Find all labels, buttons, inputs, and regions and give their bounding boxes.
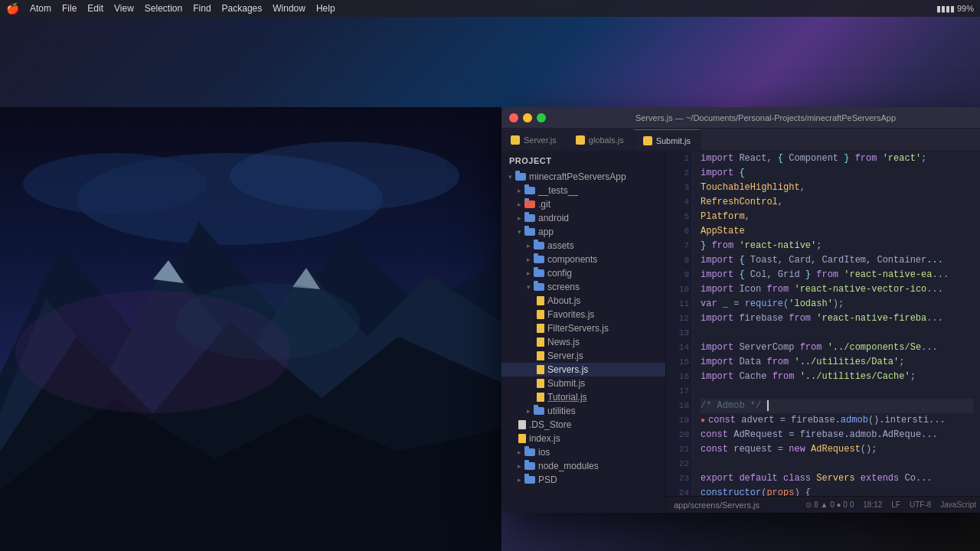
- tree-item-submit[interactable]: Submit.js: [501, 377, 665, 390]
- code-line-18: /* Admob */: [701, 399, 973, 413]
- menu-atom[interactable]: Atom: [30, 3, 51, 14]
- apple-menu[interactable]: 🍎: [6, 2, 19, 15]
- code-line-11: var _ = require('lodash');: [701, 297, 973, 311]
- tree-label: PSD: [538, 474, 557, 485]
- tree-label: config: [547, 268, 572, 279]
- tree-item-screens[interactable]: ▾ screens: [501, 280, 665, 294]
- status-bar: app/screens/Servers.js ⊙ 8 ▲ 0 ● 0 0 18:…: [666, 496, 980, 513]
- status-warnings: ⊙ 8 ▲ 0 ● 0 0: [805, 500, 854, 509]
- status-eol: LF: [891, 500, 900, 509]
- tree-label: utilities: [547, 406, 576, 416]
- svg-point-11: [176, 283, 360, 360]
- window-title-bar: Servers.js — ~/Documents/Personal-Projec…: [501, 107, 980, 129]
- code-line-10: import Icon from 'react-native-vector-ic…: [701, 282, 973, 297]
- tree-item-assets[interactable]: ▸ assets: [501, 239, 665, 253]
- menu-view[interactable]: View: [114, 3, 134, 14]
- tree-item-app[interactable]: ▾ app: [501, 225, 665, 239]
- tab-submit-js[interactable]: Submit.js: [634, 129, 701, 151]
- menu-selection[interactable]: Selection: [145, 3, 182, 14]
- tree-label: Favorites.js: [547, 309, 594, 320]
- code-line-12: import firebase from 'react-native-fireb…: [701, 311, 973, 326]
- battery-icon: ▮▮▮▮ 99%: [936, 4, 974, 14]
- tree-item-psd[interactable]: ▸ PSD: [501, 473, 665, 487]
- close-button[interactable]: [509, 113, 518, 122]
- tree-label: app: [538, 227, 554, 237]
- tab-label: Server.js: [524, 135, 557, 145]
- tree-label: ios: [538, 447, 550, 458]
- tree-label: Server.js: [547, 350, 583, 361]
- tree-label: android: [538, 213, 569, 223]
- code-editor[interactable]: 12345 678910 1112131415 1617181920 21222…: [666, 152, 980, 513]
- line-numbers: 12345 678910 1112131415 1617181920 21222…: [666, 152, 693, 496]
- tree-item-servers[interactable]: Servers.js: [501, 363, 665, 377]
- maximize-button[interactable]: [537, 113, 546, 122]
- file-icon: [576, 135, 585, 145]
- code-line-21: const request = new AdRequest();: [701, 442, 973, 457]
- tree-item-ios[interactable]: ▸ ios: [501, 445, 665, 459]
- tree-item-android[interactable]: ▸ android: [501, 211, 665, 225]
- code-line-13: [701, 326, 973, 341]
- code-line-4: RefreshControl,: [701, 195, 973, 210]
- window-title: Servers.js — ~/Documents/Personal-Projec…: [555, 113, 976, 122]
- tab-bar: Server.js globals.js Submit.js: [501, 129, 980, 152]
- code-content: 12345 678910 1112131415 1617181920 21222…: [666, 152, 980, 496]
- tree-item-tests[interactable]: ▸ __tests__: [501, 184, 665, 197]
- editor-window: Servers.js — ~/Documents/Personal-Projec…: [501, 107, 980, 513]
- menu-window[interactable]: Window: [273, 3, 305, 14]
- tree-label: Submit.js: [547, 378, 585, 389]
- code-line-2: import {: [701, 166, 973, 181]
- tree-item-dsstore[interactable]: .DS_Store: [501, 418, 665, 432]
- tab-server-js[interactable]: Server.js: [501, 129, 567, 151]
- code-line-17: [701, 384, 973, 399]
- file-icon: [511, 135, 520, 145]
- traffic-lights: [509, 113, 546, 122]
- menu-packages[interactable]: Packages: [222, 3, 263, 14]
- tree-label: assets: [547, 240, 574, 251]
- code-line-5: Platform,: [701, 210, 973, 224]
- tree-item-favorites[interactable]: Favorites.js: [501, 308, 665, 321]
- status-encoding: UTF-8: [910, 500, 931, 509]
- tree-label: FilterServers.js: [547, 323, 609, 334]
- file-tree: Project ▾ minecraftPeServersApp ▸ __test…: [501, 152, 666, 513]
- code-line-24: constructor(props) {: [701, 486, 973, 496]
- status-right: ⊙ 8 ▲ 0 ● 0 0 18:12 LF UTF-8 JavaScript: [805, 500, 976, 509]
- code-line-23: export default class Servers extends Co.…: [701, 471, 973, 486]
- tree-item-tutorial[interactable]: Tutorial.js: [501, 390, 665, 404]
- tree-item-node-modules[interactable]: ▸ node_modules: [501, 459, 665, 473]
- minimize-button[interactable]: [523, 113, 532, 122]
- menu-file[interactable]: File: [62, 3, 77, 14]
- tree-label: About.js: [547, 295, 580, 306]
- code-line-7: } from 'react-native';: [701, 239, 973, 253]
- tree-item-index[interactable]: index.js: [501, 432, 665, 445]
- tree-label: minecraftPeServersApp: [529, 171, 626, 182]
- tree-item-root[interactable]: ▾ minecraftPeServersApp: [501, 170, 665, 184]
- tree-label: Tutorial.js: [547, 392, 587, 403]
- tree-item-utilities[interactable]: ▸ utilities: [501, 404, 665, 418]
- tree-label: screens: [547, 282, 580, 292]
- code-line-20: const AdRequest = firebase.admob.AdReque…: [701, 428, 973, 442]
- tree-label: News.js: [547, 337, 580, 347]
- tree-item-components[interactable]: ▸ components: [501, 253, 665, 266]
- code-line-22: [701, 457, 973, 471]
- tree-item-server[interactable]: Server.js: [501, 349, 665, 363]
- tab-globals-js[interactable]: globals.js: [567, 129, 634, 151]
- tree-item-news[interactable]: News.js: [501, 335, 665, 349]
- menu-find[interactable]: Find: [193, 3, 211, 14]
- tree-label: components: [547, 254, 597, 265]
- tree-item-config[interactable]: ▸ config: [501, 266, 665, 280]
- status-position: 18:12: [863, 500, 882, 509]
- code-line-19: ●const advert = firebase.admob().interst…: [701, 413, 973, 428]
- code-line-3: TouchableHighlight,: [701, 181, 973, 195]
- menu-help[interactable]: Help: [316, 3, 335, 14]
- menu-edit[interactable]: Edit: [87, 3, 103, 14]
- tree-item-about[interactable]: About.js: [501, 294, 665, 308]
- tree-item-filterservers[interactable]: FilterServers.js: [501, 321, 665, 335]
- tree-item-git[interactable]: ▸ .git: [501, 197, 665, 211]
- menu-bar: 🍎 Atom File Edit View Selection Find Pac…: [0, 0, 980, 17]
- tab-label: Submit.js: [656, 136, 691, 145]
- svg-point-3: [23, 153, 207, 214]
- code-line-15: import Data from '../utilities/Data';: [701, 355, 973, 370]
- tab-label: globals.js: [589, 135, 624, 145]
- code-line-16: import Cache from '../utilities/Cache';: [701, 370, 973, 384]
- code-lines: import React, { Component } from 'react'…: [693, 152, 980, 496]
